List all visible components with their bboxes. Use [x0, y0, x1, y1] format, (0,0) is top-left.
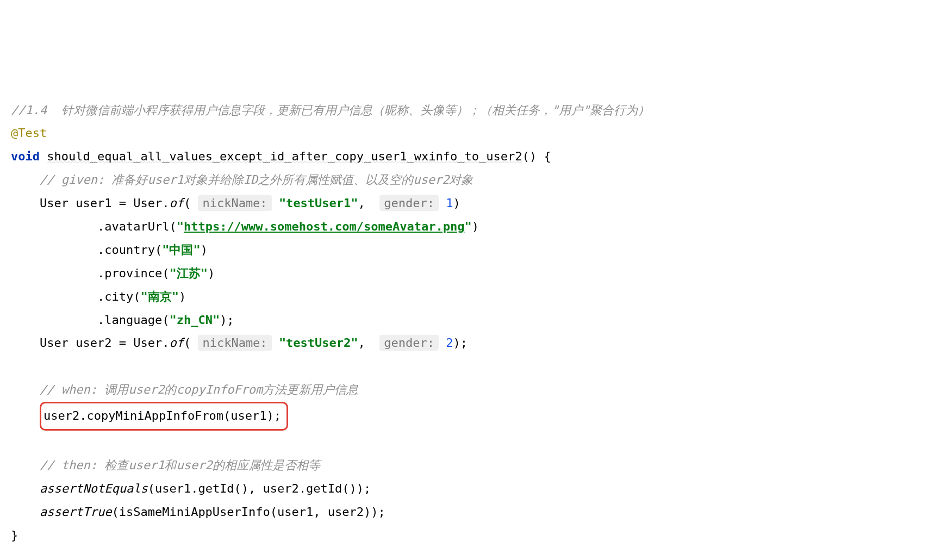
- then-comment: // then: 检查user1和user2的相应属性是否相等: [40, 458, 320, 472]
- paren-close: ): [179, 290, 186, 303]
- when-comment: // when: 调用user2的copyInfoFrom方法更新用户信息: [40, 383, 358, 396]
- quote-open: ": [177, 220, 184, 233]
- closing-brace: }: [11, 528, 18, 542]
- void-keyword: void: [11, 150, 40, 163]
- paren-close-semi: );: [453, 336, 468, 350]
- assert-args-1: (user1.getId(), user2.getId());: [148, 482, 371, 495]
- user1-decl: User user1 = User.: [40, 196, 169, 210]
- paren-close: ): [201, 243, 208, 257]
- paren-close: ): [453, 196, 460, 210]
- nickname-hint: nickName:: [198, 195, 271, 211]
- language-string: "zh_CN": [169, 313, 220, 327]
- avatar-url-string: https://www.somehost.com/someAvatar.png: [184, 220, 465, 233]
- city-call: .city(: [97, 290, 140, 303]
- gender-2-number: 2: [446, 336, 453, 350]
- language-call: .language(: [97, 313, 169, 327]
- paren-open: (: [184, 336, 198, 350]
- city-string: "南京": [140, 290, 179, 303]
- of-method: of: [169, 196, 184, 210]
- paren-close: ): [472, 220, 479, 233]
- gender-hint-2: gender:: [379, 335, 439, 351]
- method-paren: () {: [522, 150, 551, 163]
- avatarurl-call: .avatarUrl(: [97, 220, 177, 233]
- test-method-name: should_equal_all_values_except_id_after_…: [47, 150, 522, 163]
- province-string: "江苏": [169, 266, 208, 280]
- gender-1-number: 1: [446, 196, 453, 210]
- country-string: "中国": [162, 243, 201, 257]
- country-call: .country(: [97, 243, 162, 257]
- code-editor[interactable]: //1.4 针对微信前端小程序获得用户信息字段，更新已有用户信息（昵称、头像等）…: [11, 99, 923, 547]
- test-annotation: @Test: [11, 126, 47, 140]
- assert-true: assertTrue: [40, 505, 111, 519]
- highlighted-line: user2.copyMiniAppInfoFrom(user1);: [40, 402, 288, 431]
- given-comment: // given: 准备好user1对象并给除ID之外所有属性赋值、以及空的us…: [40, 173, 473, 186]
- assert-args-2: (isSameMiniAppUserInfo(user1, user2));: [111, 505, 385, 519]
- testuser2-string: "testUser2": [279, 336, 358, 350]
- paren-close-semi: );: [220, 313, 234, 327]
- paren-open: (: [184, 196, 198, 210]
- testuser1-string: "testUser1": [279, 196, 358, 210]
- comma: ,: [358, 196, 380, 210]
- province-call: .province(: [97, 266, 169, 280]
- of-method-2: of: [169, 336, 184, 350]
- gender-hint: gender:: [379, 195, 439, 211]
- paren-close: ): [208, 266, 215, 280]
- quote-close: ": [464, 220, 471, 233]
- copy-call: user2.copyMiniAppInfoFrom(user1);: [43, 409, 281, 422]
- user2-decl: User user2 = User.: [40, 336, 169, 350]
- assert-not-equals: assertNotEquals: [40, 482, 148, 495]
- task-comment: //1.4 针对微信前端小程序获得用户信息字段，更新已有用户信息（昵称、头像等）…: [11, 103, 650, 117]
- comma: ,: [358, 336, 380, 350]
- nickname-hint-2: nickName:: [198, 335, 271, 351]
